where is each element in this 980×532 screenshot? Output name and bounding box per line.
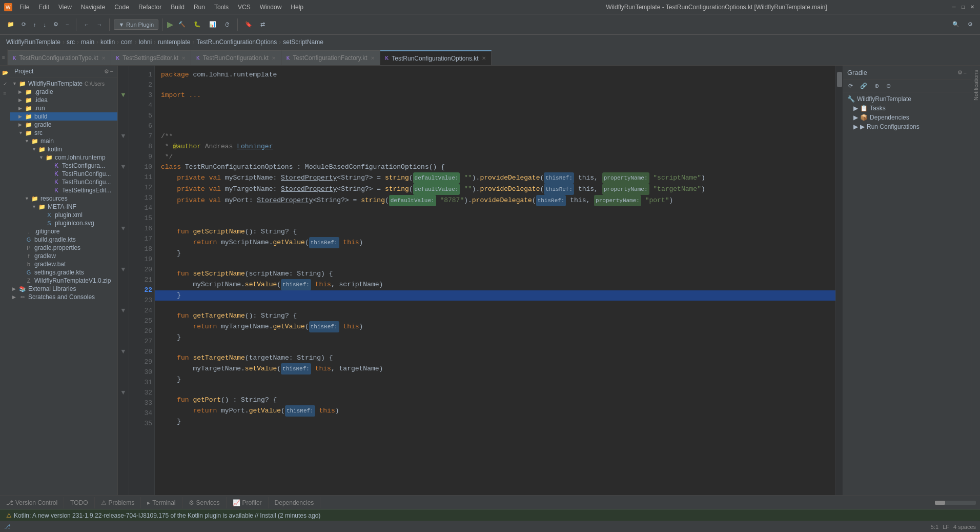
tree-item-run[interactable]: ▶ 📁 .run <box>10 104 117 112</box>
menu-run[interactable]: Run <box>190 3 209 12</box>
diff-button[interactable]: ⇄ <box>257 19 268 29</box>
open-button[interactable]: 📁 <box>4 19 17 29</box>
collapse-button[interactable]: − <box>63 20 72 29</box>
tree-item-ext-libs[interactable]: ▶ 📚 External Libraries <box>10 285 117 293</box>
back-button[interactable]: ← <box>80 20 92 29</box>
breadcrumb-part-1[interactable]: src <box>67 38 75 46</box>
run-plugin-button[interactable]: ▼ Run Plugin <box>114 19 158 30</box>
gradle-expand-btn[interactable]: ⊕ <box>871 81 882 91</box>
breadcrumb-part-8[interactable]: setScriptName <box>283 38 323 46</box>
menu-code[interactable]: Code <box>110 3 133 12</box>
coverage-button[interactable]: 📊 <box>206 19 219 29</box>
gradle-runconfigs-item[interactable]: ▶ ▶ Run Configurations <box>843 122 971 131</box>
notifications-label[interactable]: Notifications <box>972 66 980 105</box>
fold-24[interactable]: ▼ <box>121 306 126 316</box>
menu-tools[interactable]: Tools <box>210 3 233 12</box>
fold-20[interactable]: ▼ <box>121 265 126 275</box>
tree-item-kfile1[interactable]: ▶ K TestConfigura... <box>10 162 117 170</box>
project-strip-btn[interactable]: 📂 <box>1 68 10 77</box>
tab-0-close[interactable]: ✕ <box>101 55 106 61</box>
menu-navigate[interactable]: Navigate <box>77 3 109 12</box>
tree-item-gitignore[interactable]: ▶ . .gitignore <box>10 227 117 235</box>
tab-3[interactable]: K TestConfigurationFactory.kt ✕ <box>281 50 380 65</box>
bottom-tab-profiler[interactable]: 📈 Profiler <box>227 497 269 508</box>
breadcrumb-part-6[interactable]: runtemplate <box>158 38 190 46</box>
gradle-tasks-item[interactable]: ▶ 📋 Tasks <box>843 104 971 113</box>
tree-item-main[interactable]: ▼ 📁 main <box>10 137 117 145</box>
tree-item-kfile4[interactable]: ▶ K TestSettingsEdit... <box>10 186 117 194</box>
breadcrumb-part-0[interactable]: WildflyRunTemplate <box>6 38 60 46</box>
breadcrumb-part-7[interactable]: TestRunConfigurationOptions <box>196 38 277 46</box>
fold-3[interactable]: ▼ <box>121 90 126 101</box>
settings-project-button[interactable]: ⚙ <box>50 19 62 29</box>
menu-window[interactable]: Window <box>256 3 286 12</box>
tab-2[interactable]: K TestRunConfiguration.kt ✕ <box>191 50 281 65</box>
tree-item-kfile3[interactable]: ▶ K TestRunConfigu... <box>10 178 117 186</box>
gradle-collapse-btn[interactable]: ⊖ <box>883 81 894 91</box>
commit-strip-btn[interactable]: ✓ <box>1 79 10 88</box>
code-editor[interactable]: package com.lohni.runtemplate import ...… <box>155 66 835 495</box>
gradle-dependencies-item[interactable]: ▶ 📦 Dependencies <box>843 113 971 122</box>
build-button[interactable]: 🔨 <box>175 19 189 29</box>
bottom-tab-terminal[interactable]: ▸ Terminal <box>141 497 182 508</box>
fold-32[interactable]: ▼ <box>121 388 126 398</box>
tree-item-idea[interactable]: ▶ 📁 .idea <box>10 96 117 104</box>
sidebar-settings-btn[interactable]: ⚙ <box>104 68 109 75</box>
tree-item-gradle[interactable]: ▶ 📁 .gradle <box>10 88 117 96</box>
indent-spaces[interactable]: 4 spaces <box>953 524 976 530</box>
tree-item-scratches[interactable]: ▶ ✏ Scratches and Consoles <box>10 293 117 301</box>
breadcrumb-part-3[interactable]: kotlin <box>100 38 115 46</box>
tree-root[interactable]: ▼ 📁 WildflyRunTemplate C:\Users <box>10 80 117 88</box>
scrollbar-thumb[interactable] <box>837 72 842 87</box>
tree-item-metainf[interactable]: ▼ 📁 META-INF <box>10 203 117 211</box>
bookmark-button[interactable]: 🔖 <box>242 19 255 29</box>
profile-button[interactable]: ⏱ <box>221 20 233 29</box>
tree-item-zip[interactable]: ▶ Z WildflyRunTemplateV1.0.zip <box>10 277 117 285</box>
bottom-tab-services[interactable]: ⚙ Services <box>182 497 227 508</box>
breadcrumb-part-2[interactable]: main <box>81 38 94 46</box>
gradle-close-btn[interactable]: − <box>964 70 967 76</box>
cursor-position[interactable]: 5:1 <box>931 524 938 530</box>
tree-item-resources[interactable]: ▼ 📁 resources <box>10 194 117 203</box>
editor-scrollbar[interactable] <box>835 66 843 495</box>
run-button[interactable]: ▶ <box>167 19 173 29</box>
tree-item-src[interactable]: ▼ 📁 src <box>10 129 117 137</box>
tree-item-settings-gradle[interactable]: ▶ G settings.gradle.kts <box>10 268 117 277</box>
tree-item-plugin-xml[interactable]: ▶ X plugin.xml <box>10 211 117 219</box>
tab-2-close[interactable]: ✕ <box>272 55 276 61</box>
move-up-button[interactable]: ↑ <box>30 20 39 29</box>
tab-4[interactable]: K TestRunConfigurationOptions.kt ✕ <box>380 50 492 65</box>
menu-view[interactable]: View <box>54 3 76 12</box>
tree-item-build[interactable]: ▶ 📁 build <box>10 112 117 121</box>
bottom-tab-todo[interactable]: TODO <box>64 497 94 508</box>
tab-4-close[interactable]: ✕ <box>482 55 486 61</box>
settings-button[interactable]: ⚙ <box>965 19 976 29</box>
menu-edit[interactable]: Edit <box>34 3 53 12</box>
sync-button[interactable]: ⟳ <box>18 19 29 29</box>
gradle-settings-btn[interactable]: ⚙ <box>957 69 963 76</box>
line-ending[interactable]: LF <box>943 524 949 530</box>
fold-16[interactable]: ▼ <box>121 224 126 234</box>
bottom-tab-problems[interactable]: ⚠ Problems <box>95 497 141 508</box>
maximize-button[interactable]: □ <box>959 4 967 11</box>
gradle-link-btn[interactable]: 🔗 <box>857 81 870 91</box>
horizontal-scrollbar[interactable] <box>935 501 976 505</box>
gradle-project-root[interactable]: 🔧 WildflyRunTemplate <box>843 94 971 104</box>
tree-item-build-gradle[interactable]: ▶ G build.gradle.kts <box>10 235 117 244</box>
fold-28[interactable]: ▼ <box>121 347 126 357</box>
bottom-tab-version-control[interactable]: ⎇ Version Control <box>0 497 64 508</box>
sidebar-close-btn[interactable]: − <box>110 68 113 74</box>
menu-build[interactable]: Build <box>167 3 189 12</box>
tree-item-kfile2[interactable]: ▶ K TestRunConfigu... <box>10 170 117 178</box>
tree-item-gradlew[interactable]: ▶ f gradlew <box>10 252 117 260</box>
bottom-tab-dependencies[interactable]: Dependencies <box>269 497 321 508</box>
menu-file[interactable]: File <box>15 3 33 12</box>
tab-0[interactable]: K TestRunConfigurationType.kt ✕ <box>8 50 111 65</box>
search-everywhere-button[interactable]: 🔍 <box>949 19 963 29</box>
close-button[interactable]: ✕ <box>969 4 976 11</box>
fold-7[interactable]: ▼ <box>121 131 126 142</box>
breadcrumb-part-4[interactable]: com <box>121 38 133 46</box>
tab-3-close[interactable]: ✕ <box>371 55 375 61</box>
fold-10[interactable]: ▼ <box>121 162 126 172</box>
menu-help[interactable]: Help <box>287 3 308 12</box>
